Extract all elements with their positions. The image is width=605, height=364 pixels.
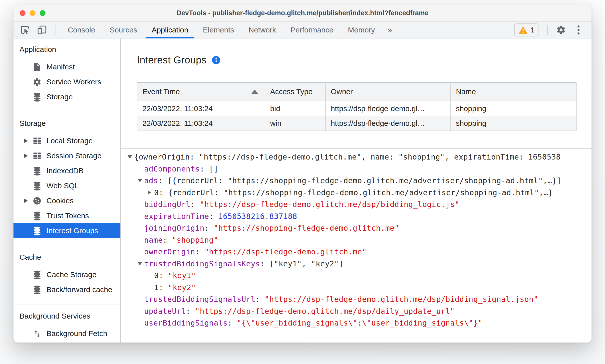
table-cell: bid — [265, 101, 326, 116]
expand-arrow-icon[interactable] — [148, 190, 154, 195]
gear-icon[interactable] — [556, 24, 567, 35]
sidebar-item-label: Cookies — [46, 196, 73, 205]
tree-line[interactable]: ownerOrigin: "https://dsp-fledge-demo.gl… — [128, 246, 592, 258]
sidebar-item-cookies[interactable]: Cookies — [13, 193, 120, 208]
sidebar-item-interest-groups[interactable]: Interest Groups — [13, 223, 120, 238]
column-header-label: Owner — [331, 87, 353, 96]
sidebar-item-indexeddb[interactable]: IndexedDB — [13, 163, 120, 178]
more-tabs-button[interactable]: » — [382, 22, 398, 38]
tab-application[interactable]: Application — [144, 22, 196, 38]
sidebar-item-manifest[interactable]: Manifest — [13, 59, 120, 74]
json-string-value: "https://dsp-fledge-demo.glitch.me" — [204, 247, 367, 256]
expand-arrow-icon[interactable] — [24, 139, 32, 143]
tree-line[interactable]: 1: "key2" — [128, 282, 592, 294]
warning-badge[interactable]: 1 — [514, 23, 539, 36]
expand-arrow-icon[interactable] — [24, 198, 32, 203]
fetch-icon — [32, 329, 42, 339]
json-property-name: userBiddingSignals — [144, 319, 228, 327]
sidebar-section-title: Cache — [13, 250, 120, 264]
tree-line[interactable]: trustedBiddingSignalsKeys: ["key1", "key… — [128, 258, 592, 270]
sidebar-item-trust-tokens[interactable]: Trust Tokens — [13, 208, 120, 223]
table-row[interactable]: 22/03/2022, 11:03:24bidhttps://dsp-fledg… — [137, 101, 576, 116]
json-text: : — [159, 283, 168, 292]
json-property-name: updateUrl — [144, 307, 186, 316]
zoom-button[interactable] — [40, 10, 45, 16]
sidebar-item-back-forward-cache[interactable]: Back/forward cache — [13, 282, 120, 297]
toolbar-separator — [547, 25, 548, 35]
inspect-icon[interactable] — [19, 24, 30, 35]
json-text: : {renderUrl: "https://shopping-fledge-d… — [159, 188, 553, 197]
close-button[interactable] — [20, 10, 25, 16]
json-text: : — [255, 295, 265, 304]
datagrid-icon — [32, 151, 42, 161]
json-property-name: trustedBiddingSignalsKeys — [144, 259, 260, 268]
tree-line[interactable]: 0: "key1" — [128, 270, 592, 282]
table-cell: shopping — [451, 116, 576, 131]
minimize-button[interactable] — [30, 10, 35, 16]
sidebar-item-label: Trust Tokens — [46, 211, 89, 220]
json-property-name: name — [144, 236, 163, 244]
sidebar-section-title: Background Services — [13, 309, 120, 323]
tab-label: Elements — [203, 26, 234, 34]
json-number-value: 1650538216.837188 — [218, 212, 297, 221]
tree-line[interactable]: ads: [{renderUrl: "https://shopping-fled… — [128, 175, 592, 187]
expand-arrow-icon[interactable] — [24, 154, 32, 158]
devtools-window: DevTools - publisher-fledge-demo.glitch.… — [13, 4, 592, 343]
column-header-event-time[interactable]: Event Time — [137, 82, 265, 101]
tab-memory[interactable]: Memory — [341, 22, 382, 38]
tree-line[interactable]: name: "shopping" — [128, 234, 592, 246]
tree-line[interactable]: userBiddingSignals: "{\"user_bidding_sig… — [128, 317, 592, 329]
column-header-label: Event Time — [142, 87, 180, 96]
device-toolbar-icon[interactable] — [36, 24, 47, 35]
sidebar-item-session-storage[interactable]: Session Storage — [13, 148, 120, 163]
column-header-owner[interactable]: Owner — [325, 82, 451, 101]
column-header-access-type[interactable]: Access Type — [265, 82, 326, 101]
title-bar: DevTools - publisher-fledge-demo.glitch.… — [13, 4, 592, 22]
tree-line[interactable]: trustedBiddingSignalsUrl: "https://dsp-f… — [128, 293, 592, 305]
sidebar-item-background-fetch[interactable]: Background Fetch — [13, 326, 120, 341]
tree-line[interactable]: updateUrl: "https://dsp-fledge-demo.glit… — [128, 305, 592, 317]
tree-line[interactable]: {ownerOrigin: "https://dsp-fledge-demo.g… — [128, 151, 592, 163]
sidebar-item-label: Local Storage — [46, 137, 93, 145]
json-text: : — [209, 212, 218, 221]
json-property-name: joiningOrigin — [144, 224, 204, 232]
tree-line[interactable]: joiningOrigin: "https://shopping-fledge-… — [128, 222, 592, 234]
sidebar-section-cache: CacheCache StorageBack/forward cache — [13, 246, 120, 305]
info-icon[interactable] — [212, 56, 221, 65]
tab-console[interactable]: Console — [60, 22, 102, 38]
table-cell: https://dsp-fledge-demo.gl… — [325, 116, 451, 131]
collapse-arrow-icon[interactable] — [138, 179, 144, 182]
sidebar-item-local-storage[interactable]: Local Storage — [13, 133, 120, 148]
json-text: 0 — [154, 188, 159, 197]
database-icon — [32, 211, 42, 221]
tree-line[interactable]: biddingUrl: "https://dsp-fledge-demo.gli… — [128, 198, 592, 210]
json-text: {ownerOrigin: "https://dsp-fledge-demo.g… — [134, 153, 561, 161]
json-text: : — [159, 271, 168, 280]
table-row[interactable]: 22/03/2022, 11:03:24winhttps://dsp-fledg… — [137, 116, 576, 131]
sidebar-item-label: Background Fetch — [46, 329, 107, 338]
column-header-label: Name — [456, 87, 476, 96]
tab-elements[interactable]: Elements — [196, 22, 241, 38]
collapse-arrow-icon[interactable] — [138, 262, 144, 265]
sidebar-item-service-workers[interactable]: Service Workers — [13, 74, 120, 89]
column-header-name[interactable]: Name — [451, 82, 576, 101]
tab-sources[interactable]: Sources — [102, 22, 144, 38]
interest-groups-table: Event TimeAccess TypeOwnerName 22/03/202… — [137, 82, 577, 131]
sidebar-item-cache-storage[interactable]: Cache Storage — [13, 267, 120, 282]
database-icon — [32, 166, 42, 176]
sidebar-item-web-sql[interactable]: Web SQL — [13, 178, 120, 193]
collapse-arrow-icon[interactable] — [128, 155, 134, 159]
sidebar-item-label: Web SQL — [46, 182, 79, 190]
tab-performance[interactable]: Performance — [283, 22, 341, 38]
tree-line[interactable]: 0: {renderUrl: "https://shopping-fledge-… — [128, 187, 592, 199]
sidebar-item-label: Session Storage — [46, 152, 101, 160]
tree-line[interactable]: expirationTime: 1650538216.837188 — [128, 210, 592, 222]
sidebar-item-storage[interactable]: Storage — [13, 89, 120, 104]
kebab-menu-icon[interactable] — [573, 24, 584, 35]
tab-network[interactable]: Network — [241, 22, 283, 38]
json-property-name: adComponents — [144, 165, 200, 173]
tree-line[interactable]: adComponents: [] — [128, 163, 592, 175]
sidebar-section-title: Application — [13, 42, 120, 56]
devtools-toolbar: ConsoleSourcesApplicationElementsNetwork… — [13, 22, 592, 38]
json-string-value: "key2" — [168, 283, 196, 292]
